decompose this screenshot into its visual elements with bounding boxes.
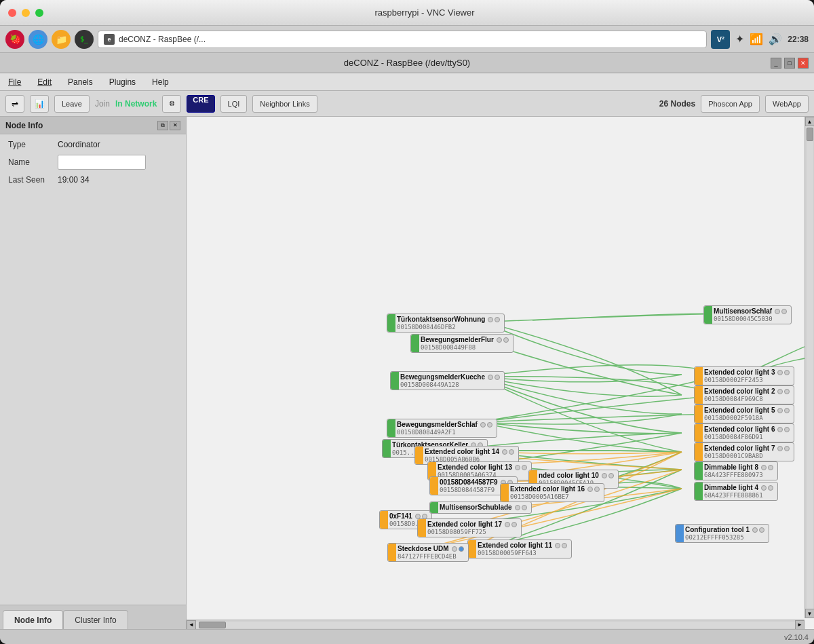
node-dimmable-4[interactable]: Dimmable light 4 68A423FFFE888861 <box>694 482 778 501</box>
node-dimmable-8[interactable]: Dimmable light 8 68A423FFFE880973 <box>694 461 778 480</box>
node-color-indicator <box>695 386 703 404</box>
app-minimize-btn[interactable]: _ <box>771 58 781 69</box>
scroll-left-btn[interactable]: ◄ <box>187 620 196 630</box>
window-title: raspberrypi - VNC Viewer <box>43 7 806 18</box>
node-color-indicator <box>411 335 419 352</box>
node-bewegungsmelder-kueche[interactable]: BewegungsmelderKueche 00158D008449A128 <box>390 371 505 390</box>
app-window-controls: _ □ ✕ <box>771 58 809 69</box>
node-ext-color-2[interactable]: Extended color light 2 00158D0084F969C8 <box>694 385 794 404</box>
raspberry-icon[interactable]: 🍓 <box>5 30 24 49</box>
minimize-button[interactable] <box>22 9 30 17</box>
neighbor-links-button[interactable]: Neighbor Links <box>252 95 317 113</box>
scroll-down-btn[interactable]: ▼ <box>805 609 815 618</box>
name-input[interactable] <box>58 155 146 170</box>
type-label: Type <box>8 140 52 149</box>
node-color-indicator <box>695 443 703 461</box>
node-ext-color-17[interactable]: Extended color light 17 00158D08059FF725 <box>417 518 522 537</box>
type-value: Coordinator <box>58 140 100 149</box>
node-ext-color-7[interactable]: Extended color light 7 00158D0001C9BA8D <box>694 442 794 461</box>
cre-button[interactable]: CRE <box>187 95 214 113</box>
scrollbar-bottom[interactable]: ◄ ► <box>187 620 805 629</box>
node-ext-color-3[interactable]: Extended color light 3 00158D0002FF2453 <box>694 366 794 385</box>
stats-icon-btn[interactable]: 📊 <box>30 95 49 113</box>
node-multisensor-schublade[interactable]: MultisensorSchublade <box>429 501 532 514</box>
maximize-button[interactable] <box>35 9 43 17</box>
menu-help[interactable]: Help <box>149 76 172 88</box>
close-button[interactable] <box>8 9 16 17</box>
node-color-indicator <box>388 544 396 561</box>
panel-title-bar: Node Info ⧉ ✕ <box>0 117 186 134</box>
node-multisensor-schlaf[interactable]: MultisensorSchlaf 00158D00045C5030 <box>703 305 792 324</box>
folder-icon[interactable]: 📁 <box>52 30 71 49</box>
tab-node-info[interactable]: Node Info <box>3 610 63 629</box>
node-bewegungsmelder-schlaf[interactable]: BewegungsmelderSchlaf 00158D808449A2F1 <box>387 419 497 438</box>
scroll-right-btn[interactable]: ► <box>795 620 805 630</box>
leave-button[interactable]: Leave <box>54 95 90 113</box>
bluetooth-icon: ✦ <box>735 33 744 45</box>
app-title: deCONZ - RaspBee (/dev/ttyS0) <box>344 58 470 68</box>
node-color-indicator <box>501 484 509 501</box>
panel-controls: ⧉ ✕ <box>157 121 180 130</box>
node-color-indicator <box>695 424 703 442</box>
node-ext-color-16[interactable]: Extended color light 16 00158D0005A16BE7 <box>500 483 604 502</box>
node-color-indicator <box>430 502 438 513</box>
node-color-indicator <box>383 440 391 457</box>
volume-icon: 🔊 <box>769 33 782 45</box>
phoscon-app-button[interactable]: Phoscon App <box>701 95 760 113</box>
last-seen-row: Last Seen 19:00 34 <box>8 175 178 185</box>
address-text: deCONZ - RaspBee (/... <box>119 35 206 44</box>
menu-plugins[interactable]: Plugins <box>106 76 138 88</box>
menu-bar: File Edit Panels Plugins Help <box>0 73 814 91</box>
node-color-indicator <box>676 525 684 542</box>
lqi-button[interactable]: LQI <box>220 95 248 113</box>
network-icon-btn[interactable]: ⇌ <box>5 95 24 113</box>
network-config-icon[interactable]: ⚙ <box>162 95 181 113</box>
node-color-indicator <box>387 419 395 437</box>
node-ext-color-6[interactable]: Extended color light 6 00158D0084F86D91 <box>694 423 794 442</box>
node-color-indicator <box>468 540 476 558</box>
system-tray: V² ✦ 📶 🔊 22:38 <box>711 30 809 49</box>
node-ext-color-11[interactable]: Extended color light 11 00158D00059FF643 <box>467 539 572 558</box>
node-turkontakt-wohnung[interactable]: TürkontaktsensorWohnung 00158D008446DFB2 <box>387 314 505 333</box>
join-label: Join <box>95 99 110 109</box>
browser-toolbar: 🍓 🌐 📁 $_ e deCONZ - RaspBee (/... V² ✦ 📶… <box>0 26 814 53</box>
network-status: In Network <box>115 99 157 109</box>
menu-file[interactable]: File <box>5 76 24 88</box>
last-seen-value: 19:00 34 <box>58 175 90 185</box>
name-row: Name <box>8 155 178 170</box>
node-color-indicator <box>695 405 703 423</box>
deconz-icon: e <box>104 34 115 45</box>
menu-edit[interactable]: Edit <box>35 76 54 88</box>
node-color-indicator <box>380 511 388 529</box>
terminal-icon[interactable]: $_ <box>75 30 94 49</box>
menu-panels[interactable]: Panels <box>65 76 96 88</box>
title-bar: raspberrypi - VNC Viewer <box>0 0 814 26</box>
node-color-indicator <box>415 447 423 464</box>
scroll-up-btn[interactable]: ▲ <box>805 117 815 126</box>
scrollbar-right[interactable]: ▲ ▼ <box>805 117 814 618</box>
status-bar: v2.10.4 <box>0 629 814 644</box>
webapp-button[interactable]: WebApp <box>765 95 809 113</box>
node-color-indicator <box>695 367 703 385</box>
node-bewegungsmelder-flur[interactable]: BewegungsmelderFlur 00158D008449F88 <box>410 334 513 353</box>
node-color-indicator <box>418 519 426 537</box>
address-bar[interactable]: e deCONZ - RaspBee (/... <box>98 31 707 48</box>
panel-restore-btn[interactable]: ⧉ <box>157 121 168 130</box>
panel-title: Node Info <box>5 121 43 130</box>
node-steckdose-udm[interactable]: Steckdose UDM 847127FFFEBCD4EB <box>387 543 469 562</box>
wifi-icon: 📶 <box>750 33 763 45</box>
node-ext-color-5[interactable]: Extended color light 5 00158D0002F5918A <box>694 404 794 423</box>
traffic-lights <box>8 9 43 17</box>
tab-cluster-info[interactable]: Cluster Info <box>63 610 128 629</box>
node-color-indicator <box>695 482 703 500</box>
app-close-btn[interactable]: ✕ <box>798 58 809 69</box>
app-maximize-btn[interactable]: □ <box>784 58 795 69</box>
version-label: v2.10.4 <box>784 633 809 641</box>
node-config-tool-1[interactable]: Configuration tool 1 00212EFFFF053285 <box>675 524 769 543</box>
globe-icon[interactable]: 🌐 <box>28 30 47 49</box>
network-area[interactable]: TürkontaktsensorWohnung 00158D008446DFB2… <box>187 117 814 629</box>
bottom-tabs: Node Info Cluster Info <box>0 605 186 629</box>
panel-close-btn[interactable]: ✕ <box>170 121 180 130</box>
node-count: 26 Nodes <box>659 99 695 109</box>
main-content: Node Info ⧉ ✕ Type Coordinator Name Last… <box>0 117 814 629</box>
